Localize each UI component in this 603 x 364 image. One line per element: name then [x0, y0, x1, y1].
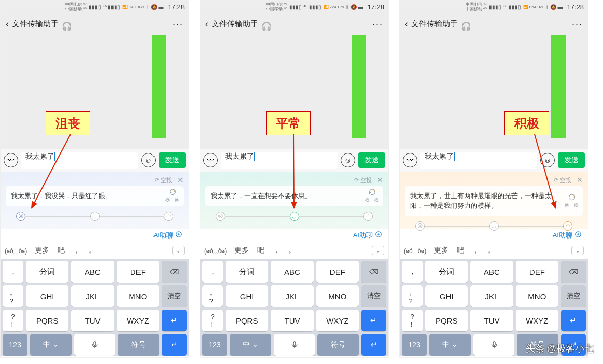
key-MNO[interactable]: MNO [516, 285, 558, 307]
mood-face-0[interactable]: ☹ [216, 212, 225, 221]
refresh-suggestion[interactable]: 换一换 [365, 188, 379, 205]
mood-face-0[interactable]: ☹ [16, 212, 25, 221]
ai-chat-link[interactable]: AI助聊 [553, 231, 572, 240]
key-PQRS[interactable]: PQRS [26, 310, 68, 331]
mood-face-2[interactable]: ◠ [164, 212, 173, 221]
more-suggestion[interactable]: 更多 [234, 246, 249, 255]
key-DEF[interactable]: DEF [316, 261, 359, 283]
key-TUV[interactable]: TUV [470, 310, 513, 331]
ai-suggestion-card[interactable]: 我太累了，一直在想要不要休息。换一换 [205, 186, 383, 206]
key-ABC[interactable]: ABC [470, 261, 513, 283]
mood-face-0[interactable]: ☹ [415, 221, 425, 231]
cand-1[interactable]: 吧 [58, 246, 65, 255]
cand-3[interactable]: 。 [488, 246, 495, 255]
send-button[interactable]: 发送 [159, 152, 186, 168]
key-mic[interactable] [473, 334, 515, 356]
key-language[interactable]: 中 ⌄ [230, 334, 271, 356]
ai-suggestion-card[interactable]: 我太累了，我没哭，只是红了眼。换一换 [6, 186, 184, 206]
cand-3[interactable]: 。 [288, 246, 296, 255]
key-MNO[interactable]: MNO [117, 285, 159, 307]
key-punct-1[interactable]: ， [402, 261, 423, 283]
key-GHI[interactable]: GHI [425, 285, 468, 307]
emoji-icon[interactable]: ☺ [341, 153, 355, 167]
cand-1[interactable]: 吧 [257, 246, 264, 255]
key-JKL[interactable]: JKL [470, 285, 513, 307]
cand-2[interactable]: ， [472, 246, 480, 255]
key-punct-2[interactable]: 。? [202, 285, 223, 307]
key-enter-2[interactable]: ↵ [162, 334, 187, 356]
key-123[interactable]: 123 [402, 334, 427, 356]
key-MNO[interactable]: MNO [316, 285, 359, 307]
voice-icon[interactable]: 〰 [203, 153, 218, 167]
close-icon[interactable]: ✕ [177, 176, 184, 184]
key-enter[interactable]: ↵ [561, 310, 586, 331]
key-mic[interactable] [74, 334, 116, 356]
mood-face-1[interactable]: ◡ [489, 221, 499, 231]
mood-face-2[interactable]: ◠ [563, 221, 572, 231]
key-backspace[interactable]: ⌫ [561, 261, 586, 283]
send-button[interactable]: 发送 [558, 152, 585, 168]
key-punct-3[interactable]: ?! [202, 310, 223, 331]
key-backspace[interactable]: ⌫ [162, 261, 187, 283]
key-ABC[interactable]: ABC [271, 261, 313, 283]
ai-chat-link[interactable]: AI助聊 [353, 231, 373, 240]
emoji-icon[interactable]: ☺ [141, 153, 156, 167]
key-分词[interactable]: 分词 [425, 261, 468, 283]
key-symbols[interactable]: 符号 [317, 334, 359, 356]
mood-face-1[interactable]: ◡ [90, 212, 100, 221]
collapse-keyboard-icon[interactable]: ⌄ [172, 246, 185, 255]
message-input[interactable]: 我太累了 [21, 152, 138, 169]
voice-icon[interactable]: 〰 [403, 153, 417, 167]
more-icon[interactable]: ··· [372, 19, 383, 30]
key-punct-3[interactable]: ?! [3, 310, 23, 331]
mood-slider[interactable]: ☹◡◠ [205, 212, 383, 221]
key-backspace[interactable]: ⌫ [361, 261, 386, 283]
key-PQRS[interactable]: PQRS [425, 310, 468, 331]
voice-icon[interactable]: 〰 [4, 153, 18, 167]
key-language[interactable]: 中 ⌄ [429, 334, 471, 356]
kaomoji-suggestion[interactable]: (๑ó﹏ò๑) [204, 246, 226, 256]
message-input[interactable]: 我太累了 [221, 152, 338, 169]
key-punct-1[interactable]: ， [202, 261, 223, 283]
key-mic[interactable] [274, 334, 315, 356]
back-icon[interactable]: ‹ [6, 19, 9, 30]
back-icon[interactable]: ‹ [205, 19, 208, 30]
key-JKL[interactable]: JKL [71, 285, 114, 307]
more-icon[interactable]: ··· [572, 19, 583, 30]
close-icon[interactable]: ✕ [577, 176, 583, 184]
key-enter[interactable]: ↵ [361, 310, 386, 331]
ai-chat-link[interactable]: AI助聊 [153, 231, 173, 240]
key-GHI[interactable]: GHI [26, 285, 68, 307]
message-input[interactable]: 我太累了 [420, 152, 537, 169]
key-punct-2[interactable]: 。? [3, 285, 23, 307]
more-icon[interactable]: ··· [173, 19, 184, 30]
collapse-keyboard-icon[interactable]: ⌄ [571, 246, 584, 255]
cand-2[interactable]: ， [273, 246, 280, 255]
key-PQRS[interactable]: PQRS [226, 310, 268, 331]
key-TUV[interactable]: TUV [271, 310, 313, 331]
emoji-icon[interactable]: ☺ [540, 153, 555, 167]
ai-suggestion-card[interactable]: 我太累了，世上有两种最耀眼的光芒，一种是太阳，一种是我们努力的模样。换一换 [405, 186, 583, 216]
key-enter[interactable]: ↵ [162, 310, 187, 331]
refresh-suggestion[interactable]: 换一换 [565, 193, 579, 209]
key-分词[interactable]: 分词 [26, 261, 68, 283]
key-WXYZ[interactable]: WXYZ [516, 310, 558, 331]
close-icon[interactable]: ✕ [377, 176, 383, 184]
key-TUV[interactable]: TUV [71, 310, 114, 331]
refresh-suggestion[interactable]: 换一换 [165, 188, 179, 205]
key-clear[interactable]: 清空 [361, 285, 386, 307]
cand-3[interactable]: 。 [89, 246, 96, 255]
mood-slider[interactable]: ☹◡◠ [405, 221, 583, 231]
key-DEF[interactable]: DEF [117, 261, 159, 283]
key-123[interactable]: 123 [202, 334, 227, 356]
cand-1[interactable]: 吧 [457, 246, 464, 255]
collapse-keyboard-icon[interactable]: ⌄ [372, 246, 384, 255]
key-clear[interactable]: 清空 [162, 285, 187, 307]
key-分词[interactable]: 分词 [226, 261, 268, 283]
key-punct-3[interactable]: ?! [402, 310, 423, 331]
key-enter-2[interactable]: ↵ [361, 334, 386, 356]
back-icon[interactable]: ‹ [405, 19, 408, 30]
key-language[interactable]: 中 ⌄ [30, 334, 72, 356]
mood-slider[interactable]: ☹◡◠ [6, 212, 184, 221]
key-symbols[interactable]: 符号 [118, 334, 159, 356]
